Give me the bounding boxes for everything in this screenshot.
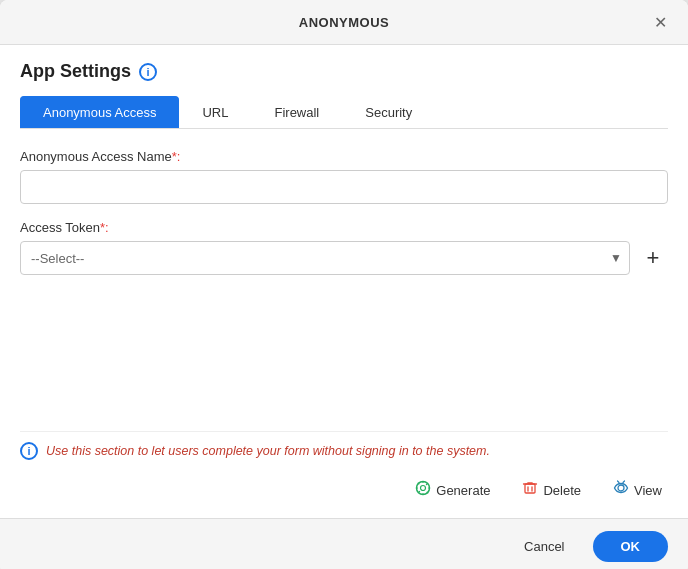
- app-settings-title: App Settings: [20, 61, 131, 82]
- dialog-footer: Cancel OK: [0, 518, 688, 569]
- delete-button[interactable]: Delete: [516, 476, 587, 504]
- dialog-header: ANONYMOUS ✕: [0, 0, 688, 45]
- access-token-select[interactable]: --Select--: [20, 241, 630, 275]
- view-label: View: [634, 483, 662, 498]
- name-label: Anonymous Access Name*:: [20, 149, 668, 164]
- tab-anonymous-access[interactable]: Anonymous Access: [20, 96, 179, 128]
- delete-label: Delete: [543, 483, 581, 498]
- close-button[interactable]: ✕: [648, 10, 672, 34]
- content-spacer: [20, 291, 668, 431]
- anonymous-access-name-input[interactable]: [20, 170, 668, 204]
- token-select-row: --Select-- ▼ +: [20, 241, 668, 275]
- token-field-group: Access Token*: --Select-- ▼ +: [20, 220, 668, 275]
- view-button[interactable]: View: [607, 476, 668, 504]
- app-settings-heading: App Settings i: [20, 61, 668, 82]
- ok-button[interactable]: OK: [593, 531, 669, 562]
- token-label: Access Token*:: [20, 220, 668, 235]
- info-bar: i Use this section to let users complete…: [20, 431, 668, 468]
- view-icon: [613, 480, 629, 500]
- token-select-wrapper: --Select-- ▼: [20, 241, 630, 275]
- info-icon[interactable]: i: [139, 63, 157, 81]
- tabs-container: Anonymous Access URL Firewall Security: [20, 96, 668, 129]
- svg-rect-1: [525, 484, 535, 493]
- cancel-button[interactable]: Cancel: [508, 531, 580, 562]
- delete-icon: [522, 480, 538, 500]
- tab-url[interactable]: URL: [179, 96, 251, 128]
- svg-point-2: [618, 485, 624, 491]
- info-bar-icon: i: [20, 442, 38, 460]
- generate-label: Generate: [436, 483, 490, 498]
- tab-security[interactable]: Security: [342, 96, 435, 128]
- add-token-button[interactable]: +: [638, 241, 668, 275]
- generate-icon: [415, 480, 431, 500]
- generate-button[interactable]: Generate: [409, 476, 496, 504]
- tab-firewall[interactable]: Firewall: [251, 96, 342, 128]
- anonymous-dialog: ANONYMOUS ✕ App Settings i Anonymous Acc…: [0, 0, 688, 569]
- name-field-group: Anonymous Access Name*:: [20, 149, 668, 204]
- dialog-body: App Settings i Anonymous Access URL Fire…: [0, 45, 688, 518]
- dialog-title: ANONYMOUS: [40, 15, 648, 30]
- action-bar: Generate Delete: [20, 468, 668, 518]
- info-bar-text: Use this section to let users complete y…: [46, 444, 490, 458]
